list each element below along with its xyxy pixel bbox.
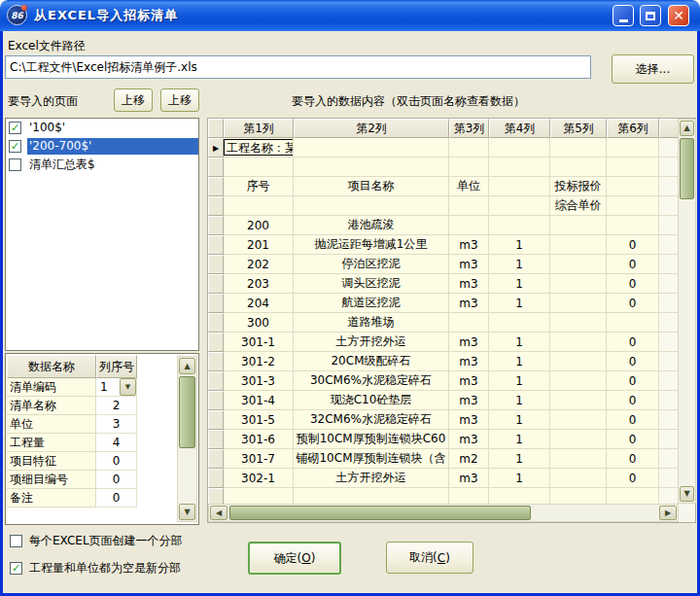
grid-cell[interactable]: 投标报价 xyxy=(550,177,607,196)
row-selector[interactable] xyxy=(208,352,224,371)
grid-cell[interactable]: 0 xyxy=(607,430,659,449)
move-up-button-1[interactable]: 上移 xyxy=(114,88,153,112)
row-selector[interactable] xyxy=(208,313,224,333)
grid-cell[interactable] xyxy=(449,196,489,216)
grid-cell[interactable] xyxy=(550,294,607,313)
mapping-column-value[interactable]: 0 xyxy=(96,471,137,489)
close-button[interactable]: ✕ xyxy=(668,5,689,26)
grid-cell[interactable] xyxy=(449,138,489,158)
grid-cell[interactable]: 1 xyxy=(489,333,550,352)
grid-cell[interactable]: m3 xyxy=(449,430,489,449)
scroll-right-icon[interactable]: ▶ xyxy=(659,506,677,520)
grid-cell[interactable]: 单位 xyxy=(449,177,489,196)
grid-cell[interactable] xyxy=(550,158,607,177)
row-selector[interactable] xyxy=(208,235,224,255)
grid-cell[interactable]: 1 xyxy=(489,391,550,410)
title-bar[interactable]: 86 从EXCEL导入招标清单 ✕ xyxy=(0,0,700,31)
grid-cell[interactable]: 201 xyxy=(224,235,294,255)
grid-cell[interactable] xyxy=(550,216,607,235)
grid-cell[interactable]: m3 xyxy=(449,255,489,274)
file-path-input[interactable] xyxy=(5,55,591,79)
grid-cell[interactable] xyxy=(489,216,550,235)
grid-cell[interactable]: m3 xyxy=(449,391,489,410)
row-selector[interactable] xyxy=(208,488,224,505)
dropdown-arrow-icon[interactable]: ▼ xyxy=(120,378,136,396)
grid-cell[interactable]: 调头区挖泥 xyxy=(294,274,449,294)
mapping-column-value[interactable]: 0 xyxy=(96,489,137,508)
grid-cell[interactable] xyxy=(607,196,659,216)
cancel-button[interactable]: 取消(C) xyxy=(386,542,473,574)
pages-listbox[interactable]: ✓'100$'✓'200-700$'清单汇总表$ xyxy=(5,118,199,351)
grid-cell[interactable] xyxy=(489,158,550,177)
page-checkbox-icon[interactable]: ✓ xyxy=(9,122,21,134)
grid-cell[interactable] xyxy=(607,158,659,177)
grid-cell[interactable]: 综合单价 xyxy=(550,196,607,216)
grid-cell[interactable]: 301-6 xyxy=(224,430,294,449)
grid-cell[interactable]: 现浇C10砼垫层 xyxy=(294,391,449,410)
checkbox-icon[interactable]: ✓ xyxy=(10,562,22,575)
grid-cell[interactable]: 301-4 xyxy=(224,391,294,410)
grid-cell[interactable] xyxy=(294,488,449,505)
checkbox-icon[interactable] xyxy=(10,535,22,547)
grid-cell[interactable] xyxy=(550,274,607,294)
grid-cell[interactable] xyxy=(489,196,550,216)
grid-cell[interactable] xyxy=(550,391,607,410)
grid-cell[interactable] xyxy=(607,177,659,196)
grid-cell[interactable] xyxy=(607,313,659,333)
mapping-scrollbar-thumb[interactable] xyxy=(179,376,195,448)
grid-cell[interactable] xyxy=(550,410,607,430)
row-selector[interactable] xyxy=(208,410,224,430)
mapping-column-value[interactable]: 1▼ xyxy=(96,378,137,397)
grid-cell[interactable]: 301-3 xyxy=(224,371,294,391)
grid-cell[interactable]: 1 xyxy=(489,410,550,430)
grid-cell[interactable]: m3 xyxy=(449,410,489,430)
grid-cell[interactable] xyxy=(550,488,607,505)
grid-cell[interactable] xyxy=(550,352,607,371)
row-selector[interactable] xyxy=(208,430,224,449)
browse-button[interactable]: 选择... xyxy=(612,54,694,84)
row-selector[interactable] xyxy=(208,333,224,352)
grid-cell[interactable]: 0 xyxy=(607,371,659,391)
grid-cell[interactable]: 工程名称：某 xyxy=(224,138,294,158)
maximize-button[interactable] xyxy=(640,5,661,26)
page-list-item[interactable]: 清单汇总表$ xyxy=(6,156,198,174)
row-selector[interactable] xyxy=(208,274,224,294)
grid-cell[interactable] xyxy=(550,255,607,274)
grid-cell[interactable]: 0 xyxy=(607,255,659,274)
grid-cell[interactable] xyxy=(550,449,607,469)
grid-cell[interactable] xyxy=(550,235,607,255)
row-selector[interactable] xyxy=(208,196,224,216)
grid-cell[interactable] xyxy=(550,313,607,333)
mapping-vertical-scrollbar[interactable]: ▲ ▼ xyxy=(177,356,197,522)
row-selector[interactable] xyxy=(208,391,224,410)
page-checkbox-icon[interactable]: ✓ xyxy=(9,140,21,153)
grid-cell[interactable]: 1 xyxy=(489,469,550,488)
grid-cell[interactable]: 1 xyxy=(489,274,550,294)
focused-cell[interactable]: 工程名称：某 xyxy=(224,139,294,156)
grid-cell[interactable]: m3 xyxy=(449,352,489,371)
grid-cell[interactable]: 204 xyxy=(224,294,294,313)
grid-cell[interactable]: 200 xyxy=(224,216,294,235)
grid-cell[interactable]: 300 xyxy=(224,313,294,333)
grid-cell[interactable]: 302-1 xyxy=(224,469,294,488)
grid-cell[interactable]: 0 xyxy=(607,333,659,352)
minimize-button[interactable] xyxy=(612,5,634,26)
row-selector[interactable] xyxy=(208,371,224,391)
grid-cell[interactable]: m3 xyxy=(449,235,489,255)
grid-cell[interactable]: m3 xyxy=(449,333,489,352)
grid-cell[interactable] xyxy=(224,488,294,505)
grid-cell[interactable]: 土方开挖外运 xyxy=(294,333,449,352)
grid-column-header[interactable]: 第4列 xyxy=(489,119,550,138)
row-selector[interactable] xyxy=(208,255,224,274)
grid-cell[interactable]: 0 xyxy=(607,235,659,255)
scroll-left-icon[interactable]: ◀ xyxy=(210,506,228,520)
scroll-up-icon[interactable]: ▲ xyxy=(680,121,694,136)
row-selector[interactable] xyxy=(208,177,224,196)
grid-hscrollbar-thumb[interactable] xyxy=(229,506,531,520)
grid-cell[interactable]: 1 xyxy=(489,430,550,449)
grid-cell[interactable] xyxy=(550,138,607,158)
grid-cell[interactable]: m3 xyxy=(449,371,489,391)
grid-cell[interactable] xyxy=(489,177,550,196)
grid-cell[interactable]: 抛泥运距每增减1公里 xyxy=(294,235,449,255)
ok-button[interactable]: 确定(O) xyxy=(248,542,341,575)
